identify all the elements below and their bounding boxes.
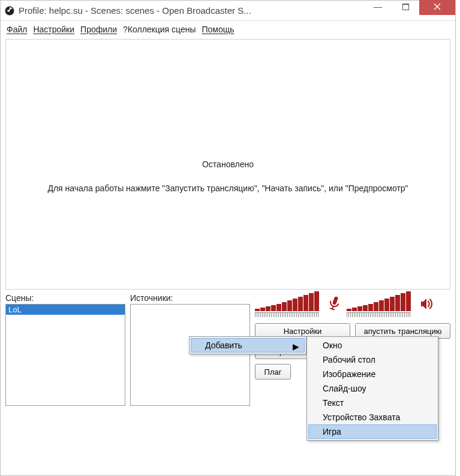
chevron-right-icon: ▶ bbox=[293, 342, 299, 351]
microphone-icon[interactable] bbox=[329, 297, 339, 314]
close-button[interactable] bbox=[419, 0, 455, 15]
submenu-item-text[interactable]: Текст bbox=[308, 396, 437, 410]
menu-help[interactable]: Помощь bbox=[202, 25, 234, 34]
minimize-button[interactable]: — bbox=[364, 0, 392, 15]
submenu-item-desktop[interactable]: Рабочий стол bbox=[308, 353, 437, 367]
titlebar-text: Profile: helpc.su - Scenes: scenes - Ope… bbox=[19, 5, 364, 16]
window: Profile: helpc.su - Scenes: scenes - Ope… bbox=[0, 0, 456, 476]
submenu-item-game[interactable]: Игра bbox=[308, 424, 437, 439]
context-submenu[interactable]: Окно Рабочий стол Изображение Слайд-шоу … bbox=[306, 336, 438, 441]
menu-profiles[interactable]: Профили bbox=[80, 25, 117, 34]
submenu-item-capture-device[interactable]: Устройство Захвата bbox=[308, 410, 437, 424]
sources-label: Источники: bbox=[130, 293, 250, 303]
list-item[interactable]: LoL bbox=[6, 305, 125, 315]
menu-scene-collection[interactable]: ?Коллекция сцены bbox=[123, 25, 196, 34]
status-text: Остановлено bbox=[6, 159, 450, 169]
submenu-item-window[interactable]: Окно bbox=[308, 338, 437, 353]
scenes-listbox[interactable]: LoL bbox=[5, 304, 125, 406]
context-menu-add[interactable]: Добавить ▶ bbox=[191, 338, 305, 353]
sources-listbox[interactable] bbox=[130, 304, 250, 406]
context-menu-add-label: Добавить bbox=[205, 341, 242, 350]
menu-file[interactable]: Файл bbox=[7, 25, 27, 34]
context-menu[interactable]: Добавить ▶ bbox=[189, 336, 306, 354]
titlebar: Profile: helpc.su - Scenes: scenes - Ope… bbox=[1, 1, 455, 21]
speaker-icon[interactable] bbox=[420, 298, 434, 313]
svg-point-0 bbox=[5, 6, 14, 15]
submenu-item-slideshow[interactable]: Слайд-шоу bbox=[308, 381, 437, 396]
menubar: Файл Настройки Профили ?Коллекция сцены … bbox=[1, 21, 455, 38]
scenes-column: Сцены: LoL bbox=[5, 293, 125, 406]
hint-text: Для начала работы нажмите "Запустить тра… bbox=[6, 183, 450, 193]
scenes-label: Сцены: bbox=[5, 293, 125, 303]
desktop-meter bbox=[347, 291, 411, 311]
submenu-item-image[interactable]: Изображение bbox=[308, 367, 437, 381]
menu-settings[interactable]: Настройки bbox=[33, 25, 74, 34]
audio-meters bbox=[255, 293, 450, 317]
titlebar-buttons: — bbox=[364, 1, 455, 20]
plugins-button[interactable]: Плаг bbox=[255, 364, 291, 379]
obs-icon bbox=[4, 5, 15, 16]
preview-area: Остановлено Для начала работы нажмите "З… bbox=[5, 39, 450, 290]
mic-meter bbox=[255, 291, 319, 311]
maximize-button[interactable] bbox=[392, 0, 419, 15]
